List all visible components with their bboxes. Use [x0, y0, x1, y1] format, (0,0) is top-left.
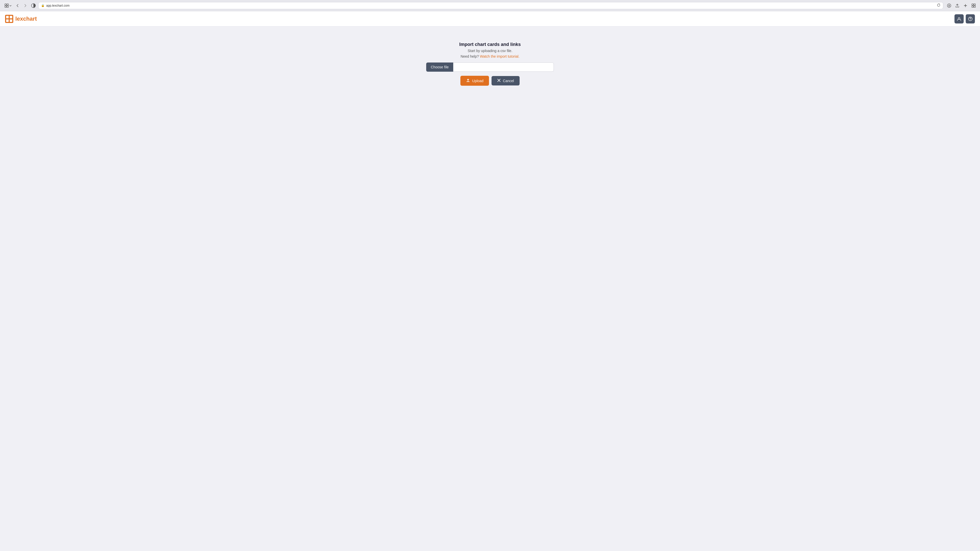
svg-rect-2	[5, 6, 6, 7]
account-button[interactable]	[955, 14, 964, 24]
cancel-button[interactable]: Cancel	[492, 76, 520, 86]
svg-rect-11	[6, 16, 9, 18]
svg-rect-6	[972, 4, 974, 5]
browser-nav	[3, 3, 29, 9]
svg-point-17	[970, 20, 970, 20]
downloads-button[interactable]	[946, 2, 953, 9]
svg-rect-9	[974, 6, 975, 7]
browser-chrome: 🔒 app.lexchart.com	[0, 0, 980, 11]
logo-icon	[5, 15, 13, 23]
privacy-icon	[31, 3, 36, 8]
header-actions	[955, 14, 975, 24]
cancel-icon	[497, 79, 501, 83]
forward-button[interactable]	[22, 3, 29, 8]
file-name-input[interactable]	[453, 62, 554, 72]
choose-file-button[interactable]: Choose file	[426, 62, 453, 72]
import-help: Need help? Watch the import tutorial.	[461, 54, 520, 59]
share-button[interactable]	[954, 2, 961, 9]
file-input-row: Choose file	[426, 62, 554, 72]
svg-rect-1	[7, 4, 8, 5]
svg-rect-0	[5, 4, 6, 5]
svg-rect-12	[10, 16, 12, 18]
back-button[interactable]	[14, 3, 21, 8]
url-text: app.lexchart.com	[46, 4, 935, 7]
app-header: lexchart	[0, 11, 980, 27]
tutorial-link[interactable]: Watch the import tutorial.	[480, 54, 519, 59]
upload-label: Upload	[472, 79, 484, 83]
svg-rect-7	[974, 4, 975, 5]
action-buttons: Upload Cancel	[460, 76, 520, 86]
page-title: Import chart cards and links	[459, 42, 520, 47]
main-content: Import chart cards and links Start by up…	[0, 27, 980, 551]
cancel-label: Cancel	[503, 79, 514, 83]
upload-button[interactable]: Upload	[460, 76, 489, 86]
tabs-button[interactable]	[3, 3, 13, 9]
address-bar[interactable]: 🔒 app.lexchart.com	[38, 2, 943, 9]
svg-rect-14	[10, 19, 12, 22]
help-button[interactable]	[966, 14, 975, 24]
svg-rect-3	[7, 6, 8, 7]
reload-button[interactable]	[937, 3, 940, 8]
extensions-button[interactable]	[970, 2, 977, 9]
new-tab-button[interactable]	[962, 2, 969, 9]
import-subtitle: Start by uploading a csv file.	[468, 49, 512, 53]
import-container: Import chart cards and links Start by up…	[426, 42, 554, 86]
browser-actions	[946, 2, 977, 9]
help-text: Need help?	[461, 54, 479, 59]
logo[interactable]: lexchart	[5, 15, 37, 23]
svg-rect-8	[972, 6, 974, 7]
svg-rect-13	[6, 19, 9, 22]
upload-icon	[466, 78, 470, 83]
lock-icon: 🔒	[41, 4, 45, 7]
svg-rect-18	[466, 81, 469, 82]
logo-text: lexchart	[15, 16, 37, 22]
